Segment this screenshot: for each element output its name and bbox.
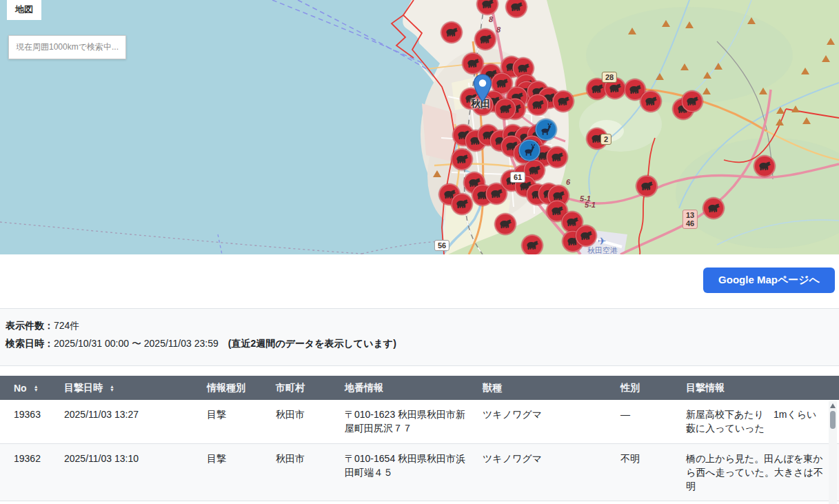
bear-icon	[481, 0, 495, 12]
peak-icon	[747, 17, 756, 24]
bear-marker[interactable]	[522, 235, 543, 255]
bear-marker[interactable]	[452, 149, 473, 170]
scrollbar-up-arrow-icon[interactable]	[830, 403, 836, 408]
range-note: (直近2週間のデータを表示しています)	[228, 338, 396, 349]
bear-icon	[640, 179, 654, 194]
bear-marker[interactable]	[547, 147, 568, 168]
peak-icon	[802, 117, 811, 124]
location-pin[interactable]	[473, 74, 492, 103]
peak-icon	[776, 107, 785, 114]
bear-icon	[455, 197, 469, 212]
peak-icon	[685, 21, 694, 28]
bear-marker[interactable]	[452, 194, 473, 215]
peak-icon	[714, 63, 722, 70]
table-row[interactable]: 19363 2025/11/03 13:27 目撃 秋田市 〒010-1623 …	[0, 400, 839, 443]
peak-icon	[433, 170, 441, 177]
bear-icon	[590, 82, 605, 97]
peak-icon	[703, 72, 711, 79]
col-no[interactable]: No▲▼	[0, 376, 64, 400]
cell-type: 目撃	[207, 400, 276, 443]
cell-info: 橋の上から見た。田んぼを東から西へ走っていた。大きさは不明	[686, 443, 839, 501]
google-map-button[interactable]: Google Mapページへ	[703, 268, 835, 293]
route-shield: 2	[600, 134, 611, 145]
bear-icon	[707, 201, 721, 216]
sightings-header-table: No▲▼ 目撃日時▲▼ 情報種別 市町村 地番情報 獣種 性別 目撃情報	[0, 376, 839, 400]
peak-icon	[656, 73, 664, 80]
col-datetime[interactable]: 目撃日時▲▼	[64, 376, 207, 400]
search-status-box: 現在周囲1000kmで検索中...	[8, 35, 126, 59]
peak-icon	[791, 105, 800, 112]
bear-icon	[608, 81, 623, 96]
bear-marker[interactable]	[682, 91, 703, 112]
col-type: 情報種別	[207, 376, 276, 400]
bear-icon	[509, 0, 524, 14]
bear-icon	[525, 239, 540, 253]
sightings-body-table: 19363 2025/11/03 13:27 目撃 秋田市 〒010-1623 …	[0, 400, 839, 501]
peak-icon	[759, 88, 767, 94]
route-shield: 61	[510, 172, 525, 183]
cell-sex: —	[620, 400, 686, 443]
bear-icon	[516, 61, 531, 76]
cell-species: ツキノワグマ	[483, 443, 620, 501]
scrollbar-thumb[interactable]	[830, 411, 836, 429]
bear-icon	[455, 152, 469, 167]
bear-marker[interactable]	[475, 29, 496, 50]
col-species: 獣種	[483, 376, 620, 400]
map-actions-row: Google Mapページへ	[0, 254, 839, 293]
bear-marker[interactable]	[754, 156, 776, 177]
range-value: 2025/10/31 00:00 〜 2025/11/03 23:59	[54, 338, 219, 349]
bear-marker[interactable]	[640, 91, 662, 112]
table-body-viewport[interactable]: 19363 2025/11/03 13:27 目撃 秋田市 〒010-1623 …	[0, 400, 839, 504]
cell-datetime: 2025/11/03 13:10	[64, 443, 207, 501]
bear-marker[interactable]	[703, 198, 725, 219]
table-row[interactable]: 19362 2025/11/03 13:10 目撃 秋田市 〒010-1654 …	[0, 443, 839, 501]
bear-marker[interactable]	[576, 225, 597, 247]
route-shield: 28	[602, 72, 617, 83]
wildlife-marker[interactable]	[519, 140, 540, 161]
bear-marker[interactable]	[527, 94, 549, 116]
tab-map[interactable]: 地図	[7, 0, 41, 20]
pin-icon	[473, 74, 492, 103]
bear-icon	[478, 32, 493, 47]
map-canvas[interactable]: 615613462828865-15-1秋田✈秋田空港 地図 現在周囲1000k…	[0, 0, 839, 254]
bear-marker[interactable]	[477, 0, 498, 15]
sort-icon-datetime[interactable]: ▲▼	[110, 385, 114, 392]
bear-marker[interactable]	[553, 91, 574, 112]
cell-address: 〒010-1654 秋田県秋田市浜田町端４５	[345, 443, 483, 501]
bear-marker[interactable]	[495, 99, 516, 120]
col-city: 市町村	[276, 376, 345, 400]
bear-icon	[579, 229, 594, 243]
bear-icon	[628, 83, 643, 97]
road-number-label: 5-1	[585, 201, 596, 209]
bear-marker[interactable]	[441, 22, 463, 43]
road-number-label: 6	[566, 178, 570, 186]
table-scrollbar[interactable]	[829, 401, 837, 504]
result-summary-panel: 表示件数：724件 検索日時：2025/10/31 00:00 〜 2025/1…	[0, 308, 839, 366]
airport-name-label: 秋田空港	[587, 245, 618, 254]
col-address: 地番情報	[345, 376, 483, 400]
cell-city: 秋田市	[276, 400, 345, 443]
bear-icon	[758, 159, 772, 174]
wildlife-marker[interactable]	[536, 119, 557, 141]
sort-icon-no[interactable]: ▲▼	[34, 385, 39, 392]
deer-icon	[539, 123, 554, 137]
peak-icon	[827, 38, 835, 45]
count-label: 表示件数：	[6, 320, 54, 331]
range-label: 検索日時：	[6, 338, 54, 349]
bear-icon	[550, 204, 565, 219]
bear-marker[interactable]	[506, 0, 527, 18]
deer-icon	[523, 143, 537, 158]
col-info: 目撃情報	[686, 376, 839, 400]
bear-marker[interactable]	[495, 214, 516, 235]
cell-sex: 不明	[620, 443, 686, 501]
col-sex: 性別	[620, 376, 686, 400]
peak-icon	[822, 55, 830, 62]
cell-no: 19362	[0, 443, 64, 501]
bear-marker[interactable]	[636, 176, 658, 197]
bear-icon	[556, 94, 571, 109]
bear-icon	[527, 163, 542, 178]
cell-info: 新屋高校下あたり 1mくらい 藪に入っていった	[686, 400, 839, 443]
peak-icon	[628, 28, 636, 34]
cell-no: 19363	[0, 400, 64, 443]
table-header-row: No▲▼ 目撃日時▲▼ 情報種別 市町村 地番情報 獣種 性別 目撃情報	[0, 376, 839, 400]
